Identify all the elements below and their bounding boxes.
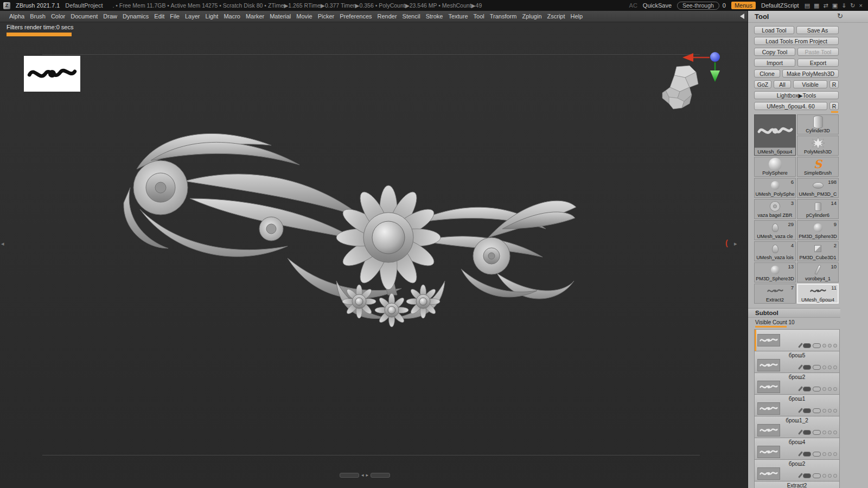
paste-tool-button[interactable]: Paste Tool xyxy=(797,48,839,56)
edit-icon[interactable] xyxy=(798,343,803,348)
tool-slot[interactable]: 3 vaza bagel ZBR xyxy=(754,199,796,219)
make-polymesh3d-button[interactable]: Make PolyMesh3D xyxy=(782,69,839,78)
subtool-row[interactable]: брош2 xyxy=(755,460,839,481)
subtract-icon[interactable] xyxy=(828,365,832,369)
canvas-scroll-right[interactable]: ▸ xyxy=(734,241,737,247)
subtool-header[interactable]: Subtool xyxy=(748,308,840,318)
menu-draw[interactable]: Draw xyxy=(100,13,120,20)
canvas-scroll-left[interactable]: ◂ xyxy=(1,241,4,247)
rename-r-button[interactable]: R xyxy=(829,102,839,110)
menu-help[interactable]: Help xyxy=(568,13,586,20)
subtract-icon[interactable] xyxy=(828,452,832,456)
eye-icon[interactable] xyxy=(803,452,811,457)
menu-color[interactable]: Color xyxy=(48,13,68,20)
eye-all-icon[interactable] xyxy=(813,365,821,370)
tool-slot[interactable]: 13 PM3D_Sphere3D xyxy=(754,262,796,282)
menu-alpha[interactable]: Alpha xyxy=(7,13,27,20)
tool-slot[interactable]: 7 Extract2 xyxy=(754,284,796,304)
eye-all-icon[interactable] xyxy=(813,408,821,413)
subtract-icon[interactable] xyxy=(828,431,832,434)
tool-slot-polymesh3d[interactable]: PolyMesh3D xyxy=(797,136,839,156)
subtool-row[interactable]: Extract2 xyxy=(755,481,839,488)
subtract-icon[interactable] xyxy=(828,409,832,413)
canvas-scroll-bottom[interactable]: ◂ ▸ xyxy=(340,472,390,478)
scroll-left-icon[interactable]: ◂ xyxy=(361,472,364,478)
quicksave-button[interactable]: QuickSave xyxy=(643,2,672,9)
scrollbar-segment[interactable] xyxy=(340,473,359,478)
sculpture-mesh[interactable] xyxy=(108,123,580,339)
menu-texture[interactable]: Texture xyxy=(445,13,470,20)
tool-slot-simplebrush[interactable]: S SimpleBrush xyxy=(797,157,839,177)
export-button[interactable]: Export xyxy=(797,59,839,67)
eye-icon[interactable] xyxy=(803,408,811,413)
menu-zscript[interactable]: Zscript xyxy=(545,13,568,20)
visible-count-slider[interactable] xyxy=(755,326,787,328)
subtract-icon[interactable] xyxy=(828,474,832,478)
save-as-button[interactable]: Save As xyxy=(796,26,839,34)
union-icon[interactable] xyxy=(822,452,826,456)
menu-document[interactable]: Document xyxy=(68,13,100,20)
intersect-icon[interactable] xyxy=(833,344,837,348)
menu-edit[interactable]: Edit xyxy=(151,13,167,20)
goz-r-button[interactable]: R xyxy=(829,80,839,88)
menu-dynamics[interactable]: Dynamics xyxy=(120,13,151,20)
edit-icon[interactable] xyxy=(798,386,803,391)
goz-visible-button[interactable]: Visible xyxy=(793,80,827,88)
tool-slot[interactable]: 10 vorobey4_1 xyxy=(797,262,839,282)
scroll-right-icon[interactable]: ▸ xyxy=(366,472,369,478)
restore-icon[interactable]: ↻ xyxy=(850,2,855,9)
union-icon[interactable] xyxy=(822,387,826,391)
import-button[interactable]: Import xyxy=(754,59,795,67)
menu-movie[interactable]: Movie xyxy=(293,13,315,20)
eye-all-icon[interactable] xyxy=(813,452,821,457)
scrollbar-segment[interactable] xyxy=(371,473,390,478)
tool-slot[interactable]: 4 UMesh_vaza lois xyxy=(754,241,796,261)
intersect-icon[interactable] xyxy=(833,431,837,434)
monitor-icon[interactable]: ▣ xyxy=(832,2,838,9)
lightbox-tools-button[interactable]: Lightbox▶Tools xyxy=(754,91,839,99)
menu-light[interactable]: Light xyxy=(203,13,221,20)
see-through-slider[interactable]: See-through xyxy=(677,2,719,10)
goz-button[interactable]: GoZ xyxy=(754,80,771,88)
close-icon[interactable]: × xyxy=(859,2,863,9)
union-icon[interactable] xyxy=(822,431,826,434)
menu-stroke[interactable]: Stroke xyxy=(423,13,446,20)
tool-slot[interactable]: 2 PM3D_Cube3D1 xyxy=(797,241,839,261)
edit-icon[interactable] xyxy=(798,429,803,435)
union-icon[interactable] xyxy=(822,344,826,348)
eye-all-icon[interactable] xyxy=(813,387,821,391)
intersect-icon[interactable] xyxy=(833,365,837,369)
load-tool-button[interactable]: Load Tool xyxy=(754,26,794,34)
edit-icon[interactable] xyxy=(798,473,803,478)
tool-slot[interactable]: 198 UMesh_PM3D_C xyxy=(797,178,839,198)
tool-slot[interactable]: 9 PM3D_Sphere3D xyxy=(797,220,839,240)
load-tools-from-project-button[interactable]: Load Tools From Project xyxy=(754,37,839,45)
active-tool-name-field[interactable]: UMesh_брош4. 60 xyxy=(754,102,827,110)
copy-tool-button[interactable]: Copy Tool xyxy=(754,48,795,56)
subtool-row-selected[interactable] xyxy=(755,330,839,351)
eye-icon[interactable] xyxy=(803,473,811,478)
goz-all-button[interactable]: All xyxy=(774,80,791,88)
subtool-row[interactable]: брош2 xyxy=(755,373,839,395)
menu-picker[interactable]: Picker xyxy=(315,13,337,20)
tool-slot-cylinder3d[interactable]: Cylinder3D xyxy=(797,114,839,134)
menu-stencil[interactable]: Stencil xyxy=(400,13,423,20)
eye-all-icon[interactable] xyxy=(813,430,821,435)
subtract-icon[interactable] xyxy=(828,387,832,391)
dock-icon[interactable]: ⇓ xyxy=(841,2,846,9)
menu-tool[interactable]: Tool xyxy=(471,13,487,20)
clone-button[interactable]: Clone xyxy=(754,69,780,78)
tool-slot[interactable]: 14 pCylinder6 xyxy=(797,199,839,219)
menu-file[interactable]: File xyxy=(167,13,182,20)
menu-transform[interactable]: Transform xyxy=(487,13,520,20)
subtool-row[interactable]: брош4 xyxy=(755,438,839,460)
default-zscript-button[interactable]: DefaultZScript xyxy=(761,2,799,9)
tool-panel-header[interactable]: Tool ↻ xyxy=(748,11,868,23)
union-icon[interactable] xyxy=(822,409,826,413)
union-icon[interactable] xyxy=(822,474,826,478)
menus-toggle-button[interactable]: Menus xyxy=(731,2,756,9)
keypad-icon[interactable]: ▦ xyxy=(814,2,819,9)
intersect-icon[interactable] xyxy=(833,409,837,413)
union-icon[interactable] xyxy=(822,365,826,369)
tool-slot[interactable]: 29 UMesh_vaza cle xyxy=(754,220,796,240)
